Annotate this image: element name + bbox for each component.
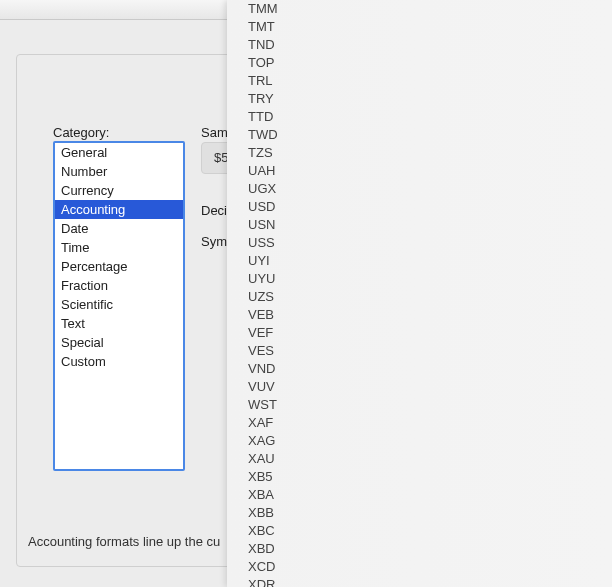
category-item[interactable]: Percentage [55,257,183,276]
currency-option[interactable]: TRY [248,90,612,108]
currency-option[interactable]: VES [248,342,612,360]
currency-option[interactable]: TND [248,36,612,54]
category-item[interactable]: Time [55,238,183,257]
currency-option[interactable]: XCD [248,558,612,576]
currency-option[interactable]: TRL [248,72,612,90]
category-item[interactable]: Date [55,219,183,238]
currency-option[interactable]: TTD [248,108,612,126]
currency-option[interactable]: TWD [248,126,612,144]
currency-option[interactable]: VND [248,360,612,378]
currency-option[interactable]: XDR [248,576,612,587]
currency-symbol-dropdown[interactable]: TMMTMTTNDTOPTRLTRYTTDTWDTZSUAHUGXUSDUSNU… [227,0,612,587]
currency-option[interactable]: TMT [248,18,612,36]
currency-option[interactable]: VEF [248,324,612,342]
currency-option[interactable]: XBB [248,504,612,522]
currency-option[interactable]: UAH [248,162,612,180]
category-item[interactable]: Number [55,162,183,181]
category-description: Accounting formats line up the cu [28,534,220,549]
currency-option[interactable]: UGX [248,180,612,198]
currency-option[interactable]: XBA [248,486,612,504]
currency-option[interactable]: TOP [248,54,612,72]
currency-option[interactable]: VUV [248,378,612,396]
category-item[interactable]: Custom [55,352,183,371]
currency-option[interactable]: UYU [248,270,612,288]
currency-option[interactable]: TZS [248,144,612,162]
currency-option[interactable]: XAG [248,432,612,450]
category-listbox[interactable]: GeneralNumberCurrencyAccountingDateTimeP… [53,141,185,471]
category-item[interactable]: Text [55,314,183,333]
category-item[interactable]: Fraction [55,276,183,295]
currency-option[interactable]: USS [248,234,612,252]
currency-option[interactable]: XBD [248,540,612,558]
currency-option[interactable]: WST [248,396,612,414]
category-item[interactable]: General [55,143,183,162]
category-label: Category: [53,125,109,140]
currency-option[interactable]: TMM [248,0,612,18]
currency-option[interactable]: UZS [248,288,612,306]
currency-option[interactable]: USD [248,198,612,216]
currency-option[interactable]: USN [248,216,612,234]
category-item[interactable]: Special [55,333,183,352]
category-item[interactable]: Scientific [55,295,183,314]
category-item[interactable]: Currency [55,181,183,200]
currency-option[interactable]: XAF [248,414,612,432]
currency-option[interactable]: XAU [248,450,612,468]
category-item[interactable]: Accounting [55,200,183,219]
currency-option[interactable]: XBC [248,522,612,540]
currency-option[interactable]: VEB [248,306,612,324]
currency-option[interactable]: XB5 [248,468,612,486]
currency-option[interactable]: UYI [248,252,612,270]
